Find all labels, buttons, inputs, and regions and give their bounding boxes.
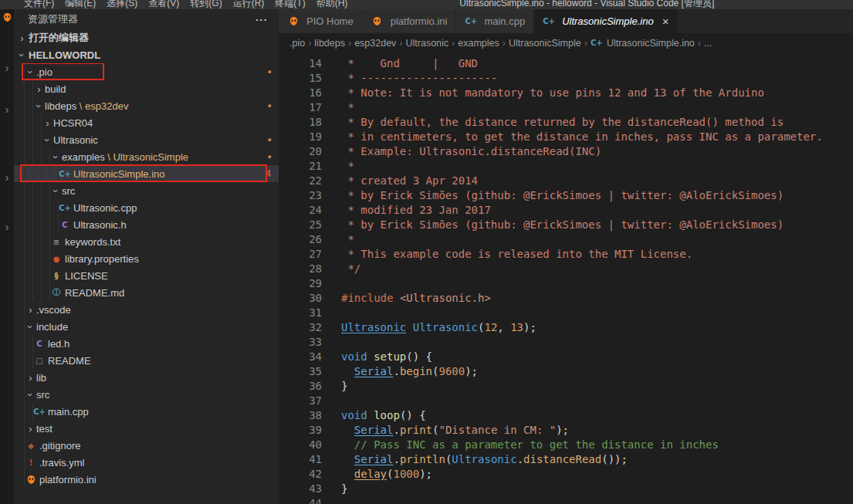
menu-item[interactable]: 查看(V) bbox=[143, 0, 184, 9]
tree-item-keywords.txt[interactable]: ≡keywords.txt bbox=[14, 233, 279, 250]
menu-item[interactable]: 编辑(E) bbox=[59, 0, 101, 9]
breadcrumb-file-label: UltrasonicSimple.ino bbox=[607, 38, 695, 49]
tab-label: main.cpp bbox=[484, 15, 525, 27]
code-editor[interactable]: 1415161718192021222324252627282930313233… bbox=[279, 52, 853, 504]
tree-item-src[interactable]: src bbox=[14, 386, 279, 403]
pio-icon bbox=[25, 475, 37, 485]
tree-item-Ultrasonic.cpp[interactable]: C+Ultrasonic.cpp bbox=[14, 199, 279, 216]
line-number: 33 bbox=[279, 335, 322, 350]
code-line: } bbox=[341, 482, 853, 496]
tree-item-platformio.ini[interactable]: platformio.ini bbox=[14, 471, 279, 488]
explorer-sidebar: 资源管理器 ··· 打开的编辑器 HELLOWORDL .pio●buildli… bbox=[14, 9, 279, 504]
tree-item-include[interactable]: include bbox=[14, 318, 279, 335]
code-line: * created 3 Apr 2014 bbox=[341, 174, 853, 188]
tree-item-examples[interactable]: examples \ UltrasonicSimple● bbox=[14, 148, 279, 165]
breadcrumb-item-esp32dev[interactable]: esp32dev bbox=[353, 38, 398, 49]
item-label: src bbox=[62, 185, 75, 197]
item-label: UltrasonicSimple.ino bbox=[73, 168, 165, 180]
tab-PIO Home[interactable]: PIO Home bbox=[279, 9, 363, 33]
activity-chevron-icon[interactable] bbox=[5, 222, 9, 232]
item-label: .pio bbox=[36, 66, 52, 78]
menu-item[interactable]: 帮助(H) bbox=[311, 0, 354, 9]
chevron-right-icon bbox=[33, 83, 45, 95]
line-number: 20 bbox=[279, 144, 322, 159]
item-label: .gitignore bbox=[39, 440, 80, 452]
close-icon[interactable]: × bbox=[662, 15, 669, 27]
code-line: void loop() { bbox=[341, 408, 853, 423]
tree-item-HCSR04[interactable]: HCSR04 bbox=[14, 114, 279, 131]
line-number: 31 bbox=[279, 306, 322, 320]
open-editors-section-header[interactable]: 打开的编辑器 bbox=[14, 29, 279, 46]
chevron-down-icon bbox=[33, 100, 45, 112]
code-line: * This example code is released into the… bbox=[341, 247, 853, 262]
tree-item-library.properties[interactable]: ●library.properties bbox=[14, 250, 279, 267]
item-label: LICENSE bbox=[65, 270, 108, 282]
chevron-down-icon bbox=[42, 134, 53, 146]
menu-item[interactable]: 文件(F) bbox=[19, 0, 59, 9]
cpp-icon: C+ bbox=[591, 39, 603, 47]
breadcrumb-item-file[interactable]: C+UltrasonicSimple.ino bbox=[589, 38, 696, 49]
tree-item-.gitignore[interactable]: ◆.gitignore bbox=[14, 437, 279, 454]
menu-item[interactable]: 转到(G) bbox=[184, 0, 227, 9]
tab-label: platformio.ini bbox=[391, 15, 448, 27]
tree-item-.travis.yml[interactable]: !.travis.yml bbox=[14, 454, 279, 471]
title-bar: 文件(F)编辑(E)选择(S)查看(V)转到(G)运行(R)终端(T)帮助(H)… bbox=[0, 0, 853, 9]
menu-item[interactable]: 运行(R) bbox=[228, 0, 270, 9]
code-line bbox=[341, 306, 853, 320]
code-line: } bbox=[341, 379, 853, 394]
menu-item[interactable]: 选择(S) bbox=[101, 0, 143, 9]
tab-UltrasonicSimple.ino[interactable]: C+UltrasonicSimple.ino× bbox=[534, 9, 678, 33]
line-number: 39 bbox=[279, 423, 322, 438]
breadcrumb-item-examples[interactable]: examples bbox=[456, 38, 501, 49]
activity-chevron-icon[interactable] bbox=[5, 104, 9, 115]
item-label: test bbox=[36, 423, 52, 435]
activity-chevron-icon[interactable] bbox=[5, 63, 9, 73]
tree-item-led.h[interactable]: Cled.h bbox=[14, 335, 279, 352]
line-number: 29 bbox=[279, 276, 322, 291]
tree-item-README[interactable]: □README bbox=[14, 352, 279, 369]
tree-item-.pio[interactable]: .pio● bbox=[14, 63, 279, 80]
menu-bar: 文件(F)编辑(E)选择(S)查看(V)转到(G)运行(R)终端(T)帮助(H) bbox=[19, 0, 353, 9]
line-number: 43 bbox=[279, 482, 322, 496]
tab-main.cpp[interactable]: C+main.cpp bbox=[456, 9, 534, 33]
tree-item-build[interactable]: build bbox=[14, 80, 279, 97]
tree-item-main.cpp[interactable]: C+main.cpp bbox=[14, 403, 279, 420]
breadcrumb-item-UltrasonicSimple[interactable]: UltrasonicSimple bbox=[507, 38, 583, 49]
tree-item-Ultrasonic.h[interactable]: CUltrasonic.h bbox=[14, 216, 279, 233]
platformio-logo-icon[interactable] bbox=[2, 12, 12, 25]
modified-dot-icon: ● bbox=[268, 136, 272, 144]
menu-item[interactable]: 终端(T) bbox=[269, 0, 310, 9]
tree-item-.vscode[interactable]: .vscode bbox=[14, 301, 279, 318]
tab-platformio.ini[interactable]: platformio.ini bbox=[363, 9, 457, 33]
line-number: 28 bbox=[279, 262, 322, 276]
chevron-separator-icon: › bbox=[501, 38, 507, 49]
breadcrumb-more[interactable]: ... bbox=[702, 38, 713, 49]
modified-dot-icon: ● bbox=[268, 68, 272, 76]
line-number: 34 bbox=[279, 350, 322, 364]
tree-item-lib[interactable]: lib bbox=[14, 369, 279, 386]
breadcrumb-item-libdeps[interactable]: libdeps bbox=[313, 38, 347, 49]
item-label: HCSR04 bbox=[53, 117, 93, 129]
code-line: * bbox=[341, 100, 853, 115]
more-actions-button[interactable]: ··· bbox=[256, 14, 268, 25]
chevron-separator-icon: › bbox=[583, 38, 589, 49]
item-label: README.md bbox=[65, 287, 124, 299]
tree-item-libdeps[interactable]: libdeps \ esp32dev● bbox=[14, 97, 279, 114]
line-number: 17 bbox=[279, 100, 322, 115]
tree-item-README.md[interactable]: ⓘREADME.md bbox=[14, 284, 279, 301]
line-number: 27 bbox=[279, 247, 322, 262]
tree-item-UltrasonicSimple.ino[interactable]: C+UltrasonicSimple.ino4 bbox=[14, 165, 279, 182]
tree-item-LICENSE[interactable]: §LICENSE bbox=[14, 267, 279, 284]
item-label: libdeps bbox=[45, 100, 76, 112]
project-section-header[interactable]: HELLOWORDL bbox=[14, 46, 279, 63]
breadcrumb-item-Ultrasonic[interactable]: Ultrasonic bbox=[404, 38, 451, 49]
chevron-separator-icon: › bbox=[398, 38, 404, 49]
activity-chevron-icon[interactable] bbox=[5, 172, 9, 183]
line-number: 41 bbox=[279, 452, 322, 467]
line-number: 32 bbox=[279, 320, 322, 335]
tree-item-src[interactable]: src bbox=[14, 182, 279, 199]
tree-item-Ultrasonic[interactable]: Ultrasonic● bbox=[14, 131, 279, 148]
tree-item-test[interactable]: test bbox=[14, 420, 279, 437]
line-number: 24 bbox=[279, 203, 322, 218]
breadcrumb-item-.pio[interactable]: .pio bbox=[288, 38, 306, 49]
